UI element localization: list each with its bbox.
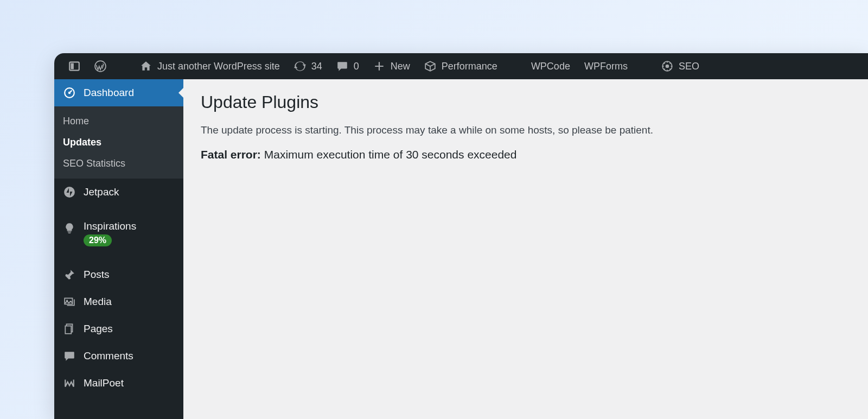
error-label: Fatal error: — [201, 148, 261, 161]
new-content-link[interactable]: New — [368, 53, 416, 79]
dashboard-icon — [63, 86, 76, 99]
pages-icon — [63, 322, 76, 335]
sidebar-item-posts[interactable]: Posts — [54, 261, 183, 288]
svg-point-7 — [64, 187, 75, 198]
updates-count: 34 — [311, 61, 322, 72]
submenu-home[interactable]: Home — [54, 111, 183, 132]
submenu-updates[interactable]: Updates — [54, 132, 183, 153]
sidebar-item-dashboard[interactable]: Dashboard — [54, 79, 183, 106]
update-notice: The update process is starting. This pro… — [201, 124, 851, 136]
performance-label: Performance — [442, 61, 497, 72]
admin-bar: Just another WordPress site 34 0 New Per… — [54, 53, 868, 79]
admin-sidebar: Dashboard Home Updates SEO Statistics Je… — [54, 79, 183, 419]
svg-rect-1 — [71, 64, 74, 69]
wp-logo[interactable] — [89, 53, 112, 79]
fatal-error: Fatal error: Maximum execution time of 3… — [201, 148, 851, 161]
sidebar-item-media[interactable]: Media — [54, 288, 183, 315]
sidebar-item-mailpoet[interactable]: MailPoet — [54, 370, 183, 397]
lightbulb-icon — [63, 221, 76, 234]
sidebar-inspirations-label: Inspirations — [84, 220, 136, 232]
main-content: Update Plugins The update process is sta… — [183, 79, 868, 419]
dashboard-submenu: Home Updates SEO Statistics — [54, 106, 183, 179]
mailpoet-icon — [63, 377, 76, 390]
box-icon — [424, 60, 436, 72]
sidebar-item-jetpack[interactable]: Jetpack — [54, 179, 183, 206]
plus-icon — [373, 60, 385, 72]
sidebar-pages-label: Pages — [84, 323, 113, 335]
wordpress-icon — [94, 60, 106, 72]
wpcode-label: WPCode — [531, 61, 570, 72]
svg-rect-11 — [65, 326, 71, 334]
sidebar-mailpoet-label: MailPoet — [84, 377, 124, 389]
new-label: New — [391, 61, 410, 72]
sidebar-item-comments[interactable]: Comments — [54, 342, 183, 370]
body-wrap: Dashboard Home Updates SEO Statistics Je… — [54, 79, 868, 419]
comments-link[interactable]: 0 — [331, 53, 365, 79]
site-title: Just another WordPress site — [157, 61, 280, 72]
error-message: Maximum execution time of 30 seconds exc… — [264, 148, 517, 161]
sidebar-media-label: Media — [84, 296, 112, 308]
submenu-seo-stats[interactable]: SEO Statistics — [54, 153, 183, 174]
site-link[interactable]: Just another WordPress site — [135, 53, 285, 79]
performance-link[interactable]: Performance — [419, 53, 503, 79]
sidebar-item-inspirations[interactable]: Inspirations 29% — [54, 213, 183, 253]
refresh-icon — [294, 60, 306, 72]
panel-icon — [68, 60, 80, 72]
comment-icon — [336, 60, 348, 72]
media-icon — [63, 295, 76, 308]
sidebar-comments-label: Comments — [84, 350, 133, 362]
svg-point-4 — [666, 65, 669, 68]
svg-point-6 — [68, 92, 71, 94]
sidebar-item-pages[interactable]: Pages — [54, 315, 183, 342]
seo-label: SEO — [679, 61, 699, 72]
inspirations-badge: 29% — [84, 234, 112, 246]
comments-icon — [63, 350, 76, 363]
gear-icon — [661, 60, 673, 72]
sidebar-dashboard-label: Dashboard — [84, 87, 134, 99]
sidebar-posts-label: Posts — [84, 269, 110, 281]
admin-window: Just another WordPress site 34 0 New Per… — [54, 53, 868, 419]
sidebar-jetpack-label: Jetpack — [84, 186, 119, 198]
panel-toggle[interactable] — [63, 53, 86, 79]
seo-link[interactable]: SEO — [656, 53, 705, 79]
page-title: Update Plugins — [201, 92, 851, 112]
comments-count: 0 — [354, 61, 359, 72]
jetpack-icon — [63, 186, 76, 199]
updates-link[interactable]: 34 — [289, 53, 328, 79]
home-icon — [140, 60, 152, 72]
wpcode-link[interactable]: WPCode — [526, 53, 576, 79]
pin-icon — [63, 268, 76, 281]
wpforms-link[interactable]: WPForms — [579, 53, 633, 79]
wpforms-label: WPForms — [584, 61, 628, 72]
